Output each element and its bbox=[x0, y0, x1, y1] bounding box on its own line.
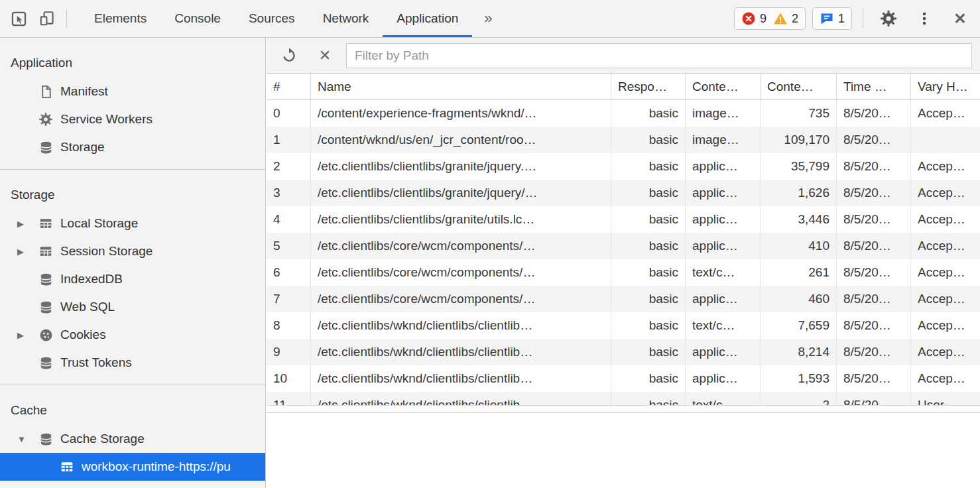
tab-sources[interactable]: Sources bbox=[235, 0, 309, 37]
filter-input[interactable] bbox=[346, 43, 972, 68]
cell-response-type: basic bbox=[611, 100, 685, 127]
table-row[interactable]: 3/etc.clientlibs/clientlibs/granite/jque… bbox=[267, 180, 980, 206]
database-icon bbox=[38, 272, 54, 287]
tab-network[interactable]: Network bbox=[309, 0, 383, 37]
devtools-main-toolbar: ElementsConsoleSourcesNetworkApplication… bbox=[0, 0, 980, 38]
cell-index: 8 bbox=[267, 312, 310, 339]
cell-time: 8/5/20… bbox=[836, 392, 910, 406]
cell-response-type: basic bbox=[611, 259, 685, 286]
cell-index: 9 bbox=[267, 339, 310, 365]
table-row[interactable]: 6/etc.clientlibs/core/wcm/components/…ba… bbox=[267, 259, 980, 286]
table-icon bbox=[38, 244, 53, 259]
cell-response-type: basic bbox=[611, 127, 685, 153]
sidebar-section-header: Cache bbox=[0, 396, 265, 425]
cell-content-type: image… bbox=[685, 100, 760, 127]
chevron-right-icon[interactable]: ▶ bbox=[17, 219, 37, 229]
table-row[interactable]: 5/etc.clientlibs/core/wcm/components/…ba… bbox=[267, 233, 980, 259]
inspect-element-button[interactable] bbox=[4, 3, 33, 34]
column-header-content-type[interactable]: Conte… bbox=[685, 74, 760, 99]
cell-vary-header: Accep… bbox=[910, 259, 980, 286]
sidebar-item-manifest[interactable]: Manifest bbox=[0, 78, 265, 105]
sidebar-item-trust-tokens[interactable]: Trust Tokens bbox=[0, 349, 265, 377]
device-toolbar-button[interactable] bbox=[33, 3, 62, 34]
errors-warnings-badge[interactable]: 9 2 bbox=[734, 7, 806, 30]
database-icon bbox=[38, 140, 54, 155]
clear-button[interactable]: ✕ bbox=[310, 40, 339, 72]
table-row[interactable]: 11/etc.clientlibs/wknd/clientlibs/client… bbox=[267, 392, 980, 406]
cell-name: /content/experience-fragments/wknd/… bbox=[310, 100, 611, 127]
sidebar-item-cache-storage[interactable]: ▼ Cache Storage bbox=[0, 425, 265, 453]
sidebar-item-storage[interactable]: Storage bbox=[0, 133, 265, 161]
cell-index: 1 bbox=[267, 127, 310, 153]
column-header-vary-header[interactable]: Vary H… bbox=[910, 74, 980, 99]
cell-name: /etc.clientlibs/wknd/clientlibs/clientli… bbox=[310, 392, 611, 406]
sidebar-item-workbox-runtime-https-pu[interactable]: workbox-runtime-https://pu bbox=[0, 453, 265, 481]
cell-name: /etc.clientlibs/clientlibs/granite/jquer… bbox=[310, 153, 611, 180]
cell-name: /etc.clientlibs/wknd/clientlibs/clientli… bbox=[310, 339, 611, 365]
tab-console[interactable]: Console bbox=[160, 0, 235, 37]
tab-application[interactable]: Application bbox=[383, 0, 472, 37]
device-toolbar-icon bbox=[39, 10, 56, 27]
error-icon bbox=[741, 11, 756, 26]
warning-icon bbox=[773, 11, 788, 26]
sidebar-item-service-workers[interactable]: Service Workers bbox=[0, 105, 265, 133]
sidebar-item-session-storage[interactable]: ▶ Session Storage bbox=[0, 237, 265, 265]
sidebar-section-application: Application Manifest Service Workers Sto… bbox=[0, 38, 265, 170]
more-options-button[interactable] bbox=[910, 3, 939, 34]
cache-entries-grid: #NameRespo…Conte…Conte…Time …Vary H… 0/c… bbox=[267, 74, 980, 406]
cell-vary-header: Accep… bbox=[910, 206, 980, 233]
sidebar-item-web-sql[interactable]: Web SQL bbox=[0, 293, 265, 321]
cell-time: 8/5/20… bbox=[836, 312, 910, 339]
close-devtools-button[interactable]: ✕ bbox=[946, 3, 975, 34]
cell-content-type: applic… bbox=[685, 365, 760, 392]
issues-badge[interactable]: 1 bbox=[812, 7, 852, 30]
settings-button[interactable] bbox=[874, 3, 903, 34]
sidebar-item-label: Cache Storage bbox=[60, 432, 145, 446]
sidebar-item-label: Storage bbox=[60, 140, 105, 154]
table-row[interactable]: 0/content/experience-fragments/wknd/…bas… bbox=[267, 100, 980, 127]
table-row[interactable]: 2/etc.clientlibs/clientlibs/granite/jque… bbox=[267, 153, 980, 180]
main-panel: ✕ #NameRespo…Conte…Conte…Time …Vary H… 0… bbox=[267, 38, 980, 488]
tab-elements[interactable]: Elements bbox=[80, 0, 160, 37]
table-row[interactable]: 8/etc.clientlibs/wknd/clientlibs/clientl… bbox=[267, 312, 980, 339]
column-header-index[interactable]: # bbox=[267, 74, 310, 99]
cell-content-length: 109,170 bbox=[760, 127, 836, 153]
sidebar-section-storage: Storage ▶ Local Storage ▶ Session Storag… bbox=[0, 170, 265, 385]
cell-vary-header: Accep… bbox=[910, 286, 980, 312]
sidebar-item-indexeddb[interactable]: IndexedDB bbox=[0, 265, 265, 293]
cell-index: 7 bbox=[267, 286, 310, 312]
chevron-right-icon[interactable]: ▶ bbox=[17, 330, 37, 340]
sidebar-item-local-storage[interactable]: ▶ Local Storage bbox=[0, 210, 265, 237]
chevron-down-icon[interactable]: ▼ bbox=[17, 434, 37, 444]
cell-content-type: applic… bbox=[685, 286, 760, 312]
column-header-name[interactable]: Name bbox=[310, 74, 611, 99]
sidebar-item-label: Service Workers bbox=[60, 112, 153, 127]
column-header-time[interactable]: Time … bbox=[836, 74, 910, 99]
cell-response-type: basic bbox=[611, 153, 685, 180]
table-row[interactable]: 9/etc.clientlibs/wknd/clientlibs/clientl… bbox=[267, 339, 980, 365]
sidebar-item-application-cache[interactable]: Application Cache bbox=[0, 481, 265, 488]
cell-vary-header: User-… bbox=[910, 392, 980, 406]
sidebar-item-cookies[interactable]: ▶ Cookies bbox=[0, 321, 265, 349]
cell-vary-header: Accep… bbox=[910, 153, 980, 180]
toolbar-right-group: 9 2 1 bbox=[734, 3, 980, 34]
cell-index: 4 bbox=[267, 206, 310, 233]
cell-time: 8/5/20… bbox=[836, 153, 910, 180]
column-header-content-length[interactable]: Conte… bbox=[760, 74, 836, 99]
cache-toolbar: ✕ bbox=[267, 38, 980, 74]
cell-name: /etc.clientlibs/wknd/clientlibs/clientli… bbox=[310, 312, 611, 339]
table-row[interactable]: 10/etc.clientlibs/wknd/clientlibs/client… bbox=[267, 365, 980, 392]
table-row[interactable]: 4/etc.clientlibs/clientlibs/granite/util… bbox=[267, 206, 980, 233]
cell-name: /etc.clientlibs/core/wcm/components/… bbox=[310, 259, 611, 286]
table-row[interactable]: 7/etc.clientlibs/core/wcm/components/…ba… bbox=[267, 286, 980, 312]
column-header-response-type[interactable]: Respo… bbox=[611, 74, 685, 99]
database-icon bbox=[38, 432, 54, 447]
cell-response-type: basic bbox=[611, 180, 685, 206]
chevron-right-icon[interactable]: ▶ bbox=[17, 247, 37, 257]
table-row[interactable]: 1/content/wknd/us/en/_jcr_content/roo…ba… bbox=[267, 127, 980, 153]
refresh-button[interactable] bbox=[275, 40, 304, 72]
issues-bubble-icon bbox=[820, 11, 834, 26]
more-tabs-button[interactable]: » bbox=[472, 0, 504, 37]
sidebar-item-label: Web SQL bbox=[60, 300, 115, 314]
cell-content-length: 261 bbox=[760, 259, 836, 286]
